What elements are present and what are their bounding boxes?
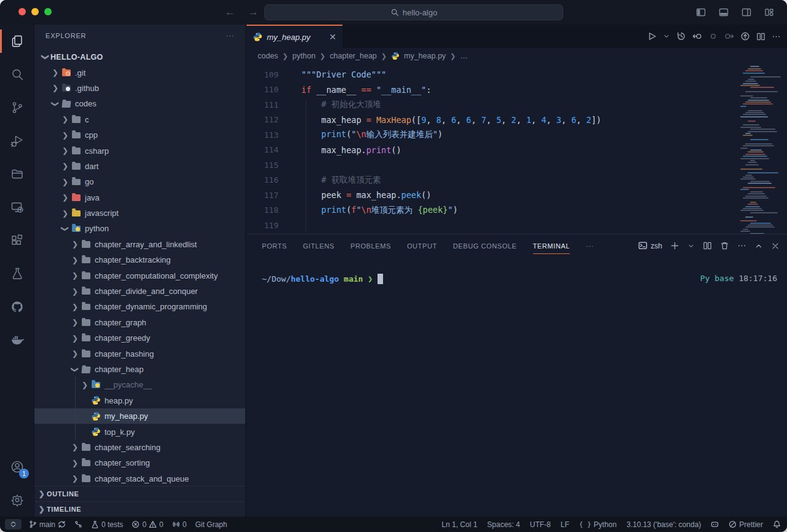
tree-item--github[interactable]: ❯.github — [34, 81, 245, 96]
status-git-graph[interactable]: Git Graph — [195, 520, 227, 529]
activity-remote-tunnels-icon[interactable] — [0, 191, 34, 224]
activity-testing-icon[interactable] — [0, 257, 34, 290]
close-window-button[interactable] — [18, 8, 26, 15]
run-python-file-icon[interactable] — [647, 31, 657, 41]
status-ln-1-col-1[interactable]: Ln 1, Col 1 — [441, 520, 477, 529]
panel-tab-debug-console[interactable]: DEBUG CONSOLE — [453, 234, 517, 257]
status-commit-graph[interactable] — [74, 520, 82, 528]
activity-github-icon[interactable] — [0, 290, 34, 324]
tree-root-hello-algo[interactable]: ❯HELLO-ALGO — [34, 49, 245, 65]
remote-indicator[interactable] — [5, 519, 22, 530]
maximize-panel-icon[interactable] — [754, 242, 763, 250]
tree-item-csharp[interactable]: ❯csharp — [34, 143, 245, 158]
status-lf[interactable]: LF — [561, 520, 569, 529]
tab-my-heap-py[interactable]: my_heap.py ✕ — [247, 25, 342, 48]
status-utf-8[interactable]: UTF-8 — [530, 520, 551, 529]
tree-item-chapter-greedy[interactable]: ❯chapter_greedy — [34, 330, 245, 346]
breadcrumb-item[interactable]: … — [460, 52, 468, 60]
panel-tab-gitlens[interactable]: GITLENS — [303, 234, 334, 257]
tree-item-chapter-backtracking[interactable]: ❯chapter_backtracking — [34, 252, 245, 268]
toggle-panel-icon[interactable] — [717, 6, 730, 19]
panel-tab-terminal[interactable]: TERMINAL — [533, 234, 570, 257]
panel-more-actions-icon[interactable] — [737, 241, 746, 250]
tree-item-chapter-sorting[interactable]: ❯chapter_sorting — [34, 455, 245, 470]
section-timeline[interactable]: ❯TIMELINE — [34, 501, 245, 517]
tree-item-javascript[interactable]: ❯javascript — [34, 205, 245, 221]
zoom-window-button[interactable] — [44, 8, 52, 15]
command-center[interactable]: hello-algo — [264, 4, 563, 20]
status-0-tests[interactable]: 0 tests — [91, 520, 123, 529]
tree-item-cpp[interactable]: ❯cpp — [34, 127, 245, 143]
tree-item-chapter-dynamic-programming[interactable]: ❯chapter_dynamic_programming — [34, 299, 245, 314]
panel-tab-problems[interactable]: PROBLEMS — [350, 234, 391, 257]
tree-item-chapter-computational-complexity[interactable]: ❯chapter_computational_complexity — [34, 268, 245, 283]
status-3-10-13-base-conda-[interactable]: 3.10.13 ('base': conda) — [627, 520, 701, 529]
panel-tab-output[interactable]: OUTPUT — [407, 234, 437, 257]
activity-accounts-icon[interactable]: 1 — [0, 450, 34, 483]
terminal-content[interactable]: ~/Dow/hello-algo main ❯ Py base 18:17:16 — [247, 257, 787, 517]
kill-terminal-icon[interactable] — [720, 241, 729, 250]
tree-item-chapter-divide-and-conquer[interactable]: ❯chapter_divide_and_conquer — [34, 284, 245, 299]
tree-item-chapter-hashing[interactable]: ❯chapter_hashing — [34, 346, 245, 361]
toggle-primary-sidebar-icon[interactable] — [694, 6, 708, 19]
run-dropdown-icon[interactable] — [663, 33, 670, 40]
tree-item-python[interactable]: ❯python — [34, 221, 245, 236]
status-0[interactable]: 00 — [132, 520, 163, 529]
activity-settings-icon[interactable] — [0, 483, 34, 517]
activity-run-debug-icon[interactable] — [0, 124, 34, 157]
breadcrumb-item[interactable]: codes — [258, 52, 278, 60]
status-python[interactable]: { }Python — [579, 520, 617, 529]
tree-item-c[interactable]: ❯c — [34, 112, 245, 127]
section-outline[interactable]: ❯OUTLINE — [34, 486, 245, 501]
terminal-dropdown-icon[interactable] — [687, 242, 695, 250]
tree-item-my-heap-py[interactable]: my_heap.py — [34, 408, 245, 424]
close-panel-icon[interactable] — [771, 242, 780, 250]
minimap[interactable] — [740, 64, 785, 234]
customize-layout-icon[interactable] — [762, 6, 776, 19]
nav-back-icon[interactable]: ← — [223, 5, 237, 20]
tree-item-chapter-searching[interactable]: ❯chapter_searching — [34, 440, 245, 455]
tree-item-dart[interactable]: ❯dart — [34, 159, 245, 174]
open-changes-icon[interactable] — [740, 31, 750, 41]
breadcrumb-item[interactable]: my_heap.py — [404, 52, 446, 60]
status-copilot[interactable] — [711, 520, 719, 528]
panel-more-tabs-icon[interactable]: ··· — [586, 234, 594, 257]
nav-forward-icon[interactable]: → — [246, 5, 261, 20]
tree-item-heap-py[interactable]: heap.py — [34, 393, 245, 408]
tree-item-codes[interactable]: ❯codes — [34, 96, 245, 111]
activity-search-icon[interactable] — [0, 58, 34, 91]
breadcrumb-item[interactable]: chapter_heap — [330, 52, 376, 60]
tree-item--pycache-[interactable]: ❯__pycache__ — [34, 377, 245, 392]
status-spaces-4[interactable]: Spaces: 4 — [487, 520, 520, 529]
status-bell[interactable] — [773, 520, 781, 528]
tree-item-chapter-graph[interactable]: ❯chapter_graph — [34, 315, 245, 330]
more-actions-icon[interactable] — [772, 32, 781, 41]
minimize-window-button[interactable] — [31, 8, 39, 15]
panel-tab-ports[interactable]: PORTS — [262, 234, 287, 257]
tree-item--git[interactable]: ❯.git — [34, 65, 245, 80]
activity-remote-explorer-icon[interactable] — [0, 157, 34, 191]
toggle-secondary-sidebar-icon[interactable] — [740, 6, 753, 19]
activity-explorer-icon[interactable] — [0, 25, 34, 58]
file-history-icon[interactable] — [676, 31, 686, 41]
editor-code[interactable]: 109"""Driver Code"""110if __name__ == "_… — [247, 64, 738, 234]
tree-item-chapter-stack-and-queue[interactable]: ❯chapter_stack_and_queue — [34, 471, 245, 486]
activity-docker-icon[interactable] — [0, 324, 34, 357]
breadcrumb-item[interactable]: python — [293, 52, 316, 60]
new-terminal-icon[interactable] — [670, 241, 679, 250]
split-editor-icon[interactable] — [756, 32, 765, 41]
split-terminal-icon[interactable] — [703, 241, 712, 250]
tree-item-top-k-py[interactable]: top_k.py — [34, 424, 245, 439]
status-prettier[interactable]: Prettier — [729, 520, 763, 529]
previous-change-icon[interactable] — [692, 31, 702, 41]
activity-extensions-icon[interactable] — [0, 224, 34, 257]
status-0[interactable]: 0 — [172, 520, 187, 529]
tree-item-go[interactable]: ❯go — [34, 174, 245, 189]
status-main[interactable]: main — [29, 520, 66, 529]
tree-item-chapter-heap[interactable]: ❯chapter_heap — [34, 362, 245, 377]
tree-item-java[interactable]: ❯java — [34, 190, 245, 205]
terminal-instance[interactable]: zsh — [638, 241, 662, 250]
tree-item-chapter-array-and-linkedlist[interactable]: ❯chapter_array_and_linkedlist — [34, 237, 245, 252]
explorer-more-actions-icon[interactable]: ··· — [226, 32, 234, 39]
close-tab-icon[interactable]: ✕ — [329, 32, 336, 42]
